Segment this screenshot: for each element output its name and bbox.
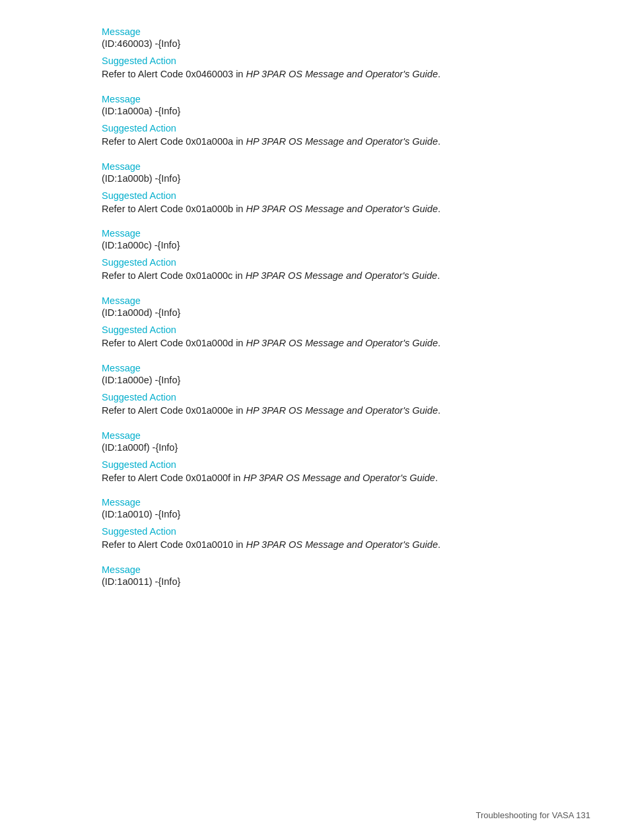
action-text-2: Refer to Alert Code 0x01a000b in HP 3PAR… <box>102 202 528 217</box>
entry-group-7: Message(ID:1a0010) -{Info}Suggested Acti… <box>102 497 528 553</box>
action-text-7: Refer to Alert Code 0x01a0010 in HP 3PAR… <box>102 538 528 553</box>
action-text-1: Refer to Alert Code 0x01a000a in HP 3PAR… <box>102 135 528 149</box>
entries-container: Message(ID:460003) -{Info}Suggested Acti… <box>102 26 528 587</box>
action-text-6: Refer to Alert Code 0x01a000f in HP 3PAR… <box>102 471 528 486</box>
message-text-0: (ID:460003) -{Info} <box>102 38 528 49</box>
footer-text: Troubleshooting for VASA 131 <box>476 810 590 820</box>
entry-group-8: Message(ID:1a0011) -{Info} <box>102 564 528 587</box>
action-text-5: Refer to Alert Code 0x01a000e in HP 3PAR… <box>102 404 528 418</box>
message-label-4: Message <box>102 295 528 306</box>
action-text-3: Refer to Alert Code 0x01a000c in HP 3PAR… <box>102 269 528 284</box>
entry-group-1: Message(ID:1a000a) -{Info}Suggested Acti… <box>102 94 528 149</box>
suggested-action-label-6: Suggested Action <box>102 459 528 470</box>
message-text-3: (ID:1a000c) -{Info} <box>102 240 528 250</box>
message-text-5: (ID:1a000e) -{Info} <box>102 375 528 385</box>
page-footer: Troubleshooting for VASA 131 <box>476 810 590 820</box>
message-label-2: Message <box>102 161 528 172</box>
suggested-action-label-0: Suggested Action <box>102 56 528 66</box>
message-text-2: (ID:1a000b) -{Info} <box>102 173 528 184</box>
entry-group-0: Message(ID:460003) -{Info}Suggested Acti… <box>102 26 528 82</box>
entry-group-2: Message(ID:1a000b) -{Info}Suggested Acti… <box>102 161 528 217</box>
message-text-1: (ID:1a000a) -{Info} <box>102 106 528 116</box>
message-text-7: (ID:1a0010) -{Info} <box>102 509 528 519</box>
action-text-0: Refer to Alert Code 0x0460003 in HP 3PAR… <box>102 67 528 82</box>
suggested-action-label-3: Suggested Action <box>102 257 528 268</box>
entry-group-6: Message(ID:1a000f) -{Info}Suggested Acti… <box>102 430 528 486</box>
page-content: Message(ID:460003) -{Info}Suggested Acti… <box>0 0 630 638</box>
message-label-7: Message <box>102 497 528 508</box>
suggested-action-label-2: Suggested Action <box>102 190 528 201</box>
message-text-4: (ID:1a000d) -{Info} <box>102 307 528 318</box>
message-label-5: Message <box>102 363 528 373</box>
action-text-4: Refer to Alert Code 0x01a000d in HP 3PAR… <box>102 336 528 351</box>
suggested-action-label-5: Suggested Action <box>102 392 528 402</box>
message-label-0: Message <box>102 26 528 37</box>
entry-group-3: Message(ID:1a000c) -{Info}Suggested Acti… <box>102 228 528 284</box>
suggested-action-label-1: Suggested Action <box>102 123 528 134</box>
message-label-3: Message <box>102 228 528 239</box>
entry-group-4: Message(ID:1a000d) -{Info}Suggested Acti… <box>102 295 528 351</box>
message-label-6: Message <box>102 430 528 441</box>
suggested-action-label-4: Suggested Action <box>102 325 528 335</box>
entry-group-5: Message(ID:1a000e) -{Info}Suggested Acti… <box>102 363 528 418</box>
suggested-action-label-7: Suggested Action <box>102 526 528 537</box>
message-text-6: (ID:1a000f) -{Info} <box>102 442 528 453</box>
message-text-8: (ID:1a0011) -{Info} <box>102 576 528 587</box>
message-label-1: Message <box>102 94 528 104</box>
message-label-8: Message <box>102 564 528 575</box>
